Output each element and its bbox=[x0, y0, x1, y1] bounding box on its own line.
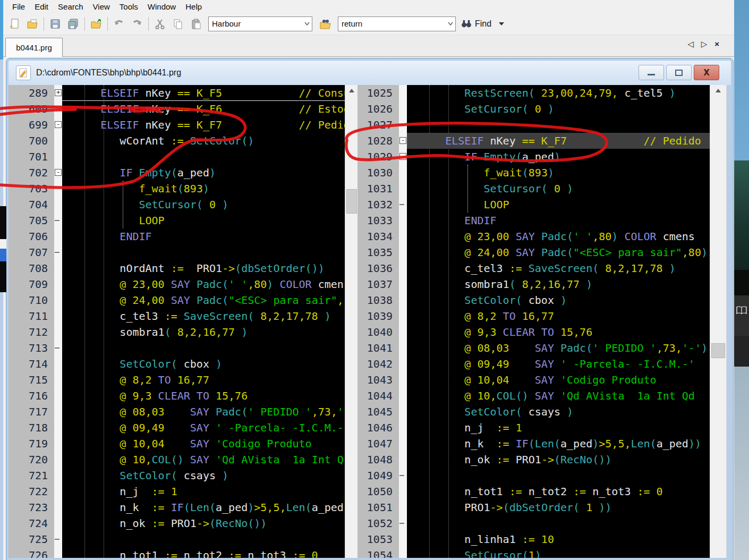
line-number[interactable]: 1050 bbox=[358, 483, 399, 499]
code-line[interactable]: f_wait(893) bbox=[407, 165, 710, 181]
code-line-current[interactable]: ELSEIF nKey == K_F7 // Pedido bbox=[407, 133, 710, 149]
code-line[interactable]: n_ok := PRO1->(RecNo()) bbox=[407, 452, 710, 468]
line-number[interactable]: 715 bbox=[8, 372, 54, 388]
find-dropdown-arrow[interactable] bbox=[499, 22, 504, 26]
tab-scroll-right-icon[interactable]: ▷ bbox=[701, 39, 708, 49]
code-line[interactable]: n_tot1 := n_tot2 := n_tot3 := 0 bbox=[407, 483, 710, 499]
restore-button[interactable] bbox=[666, 65, 692, 80]
line-number[interactable]: 1044 bbox=[358, 388, 399, 404]
line-number[interactable]: 720 bbox=[8, 452, 54, 468]
code-line[interactable]: SetCursor( 0 ) bbox=[62, 197, 345, 213]
line-number[interactable]: 723 bbox=[8, 499, 54, 515]
code-line[interactable]: @ 10,COL() SAY 'Qd AVista 1a Int Q bbox=[62, 452, 345, 468]
close-button[interactable]: X bbox=[694, 65, 719, 80]
line-number[interactable]: 710 bbox=[8, 292, 54, 308]
tab-b0441[interactable]: b0441.prg bbox=[5, 38, 63, 57]
line-number[interactable]: 1045 bbox=[358, 404, 399, 420]
line-number[interactable]: 703 bbox=[8, 181, 54, 197]
code-line[interactable]: n_linha1 := 10 bbox=[407, 531, 710, 547]
code-line[interactable]: SetColor( cbox ) bbox=[407, 292, 710, 308]
code-line[interactable]: @ 08,03 SAY Padc(' PEDIDO ',73,' bbox=[62, 404, 345, 420]
left-code-pane[interactable]: ELSEIF nKey == K_F5 // Consu ELSEIF nKey… bbox=[62, 85, 345, 558]
line-number[interactable]: 1031 bbox=[358, 181, 399, 197]
save-all-button[interactable] bbox=[64, 15, 82, 33]
code-line[interactable]: @ 10,04 SAY 'Codigo Produto bbox=[407, 372, 710, 388]
code-line[interactable]: n_j := 1 bbox=[62, 483, 345, 499]
code-line[interactable]: SetCursor( 0 ) bbox=[407, 101, 710, 117]
code-line[interactable]: IF Empty(a_ped) bbox=[62, 165, 345, 181]
minimize-button[interactable] bbox=[639, 65, 664, 80]
code-line[interactable]: ELSEIF nKey == K_F5 // Consu bbox=[62, 85, 345, 101]
line-number[interactable]: 716 bbox=[8, 388, 54, 404]
code-line[interactable]: SetColor( csays ) bbox=[407, 404, 710, 420]
code-line[interactable]: @ 23,00 SAY Padc(' ',80) COLOR cmens bbox=[407, 228, 710, 244]
line-number[interactable]: 1035 bbox=[358, 244, 399, 260]
code-line[interactable]: IF Empty(a_ped) bbox=[407, 149, 710, 165]
code-line[interactable]: RestScreen( 23,00,24,79, c_tel5 ) bbox=[407, 85, 710, 101]
line-number[interactable]: 1054 bbox=[358, 547, 399, 558]
fold-collapse-icon[interactable]: - bbox=[55, 169, 62, 176]
line-number[interactable]: 1052 bbox=[358, 515, 399, 531]
code-line[interactable]: n_k := IF(Len(a_ped)>5,5,Len(a_ped)) bbox=[407, 436, 710, 452]
code-line[interactable]: @ 24,00 SAY Padc("<ESC> para sair", bbox=[62, 292, 345, 308]
code-line[interactable]: @ 23,00 SAY Padc(' ',80) COLOR cmen bbox=[62, 276, 345, 292]
line-number[interactable]: 725 bbox=[8, 531, 54, 547]
code-line[interactable]: ELSEIF nKey == K_F6 // Estoq bbox=[62, 101, 345, 117]
line-number[interactable]: 711 bbox=[8, 308, 54, 324]
line-number[interactable]: 706 bbox=[8, 228, 54, 244]
line-number[interactable]: 722 bbox=[8, 483, 54, 499]
line-number[interactable]: 1036 bbox=[358, 260, 399, 276]
scroll-up-button[interactable] bbox=[710, 85, 726, 96]
code-line[interactable]: SetCursor( 0 ) bbox=[407, 181, 710, 197]
line-number[interactable]: 1037 bbox=[358, 276, 399, 292]
line-number[interactable]: 1038 bbox=[358, 292, 399, 308]
undo-button[interactable] bbox=[110, 15, 128, 33]
line-number[interactable]: 289 bbox=[8, 85, 54, 101]
code-line[interactable]: f_wait(893) bbox=[62, 181, 345, 197]
code-line[interactable]: sombra1( 8,2,16,77 ) bbox=[62, 324, 345, 340]
code-line[interactable]: SetCursor(1) bbox=[407, 547, 710, 558]
menu-item-file[interactable]: File bbox=[7, 1, 30, 12]
code-line[interactable]: sombra1( 8,2,16,77 ) bbox=[407, 276, 710, 292]
line-number[interactable]: 1033 bbox=[358, 213, 399, 228]
line-number[interactable]: 1039 bbox=[358, 308, 399, 324]
line-number[interactable]: 1040 bbox=[358, 324, 399, 340]
open-file-button[interactable] bbox=[23, 15, 41, 33]
line-number[interactable]: 609 bbox=[8, 101, 54, 117]
line-number[interactable]: 721 bbox=[8, 468, 54, 483]
line-number[interactable]: 707 bbox=[8, 244, 54, 260]
code-line[interactable]: n_tot1 := n_tot2 := n_tot3 := 0 bbox=[62, 547, 345, 558]
line-number[interactable]: 705 bbox=[8, 213, 54, 228]
code-line[interactable] bbox=[407, 117, 710, 133]
line-number[interactable]: 717 bbox=[8, 404, 54, 420]
right-scrollbar[interactable] bbox=[710, 85, 727, 558]
code-line[interactable]: @ 09,49 SAY ' -Parcela- -I.C.M.-' bbox=[407, 356, 710, 372]
copy-button[interactable] bbox=[169, 15, 187, 33]
line-number[interactable]: 709 bbox=[8, 276, 54, 292]
paste-button[interactable] bbox=[187, 15, 205, 33]
code-line[interactable]: ENDIF bbox=[407, 213, 710, 228]
redo-button[interactable] bbox=[128, 15, 146, 33]
code-line[interactable] bbox=[62, 149, 345, 165]
line-number[interactable]: 726 bbox=[8, 547, 54, 558]
code-line[interactable]: LOOP bbox=[62, 213, 345, 228]
line-number[interactable]: 701 bbox=[8, 149, 54, 165]
code-line[interactable]: ELSEIF nKey == K_F7 // Pedid bbox=[62, 117, 345, 133]
line-number[interactable]: 1032 bbox=[358, 197, 399, 213]
line-number[interactable]: 1029 bbox=[358, 149, 399, 165]
new-file-button[interactable] bbox=[5, 15, 23, 33]
code-line[interactable] bbox=[407, 515, 710, 531]
code-line[interactable]: nOrdAnt := PRO1->(dbSetOrder()) bbox=[62, 260, 345, 276]
code-line[interactable]: n_j := 1 bbox=[407, 420, 710, 436]
code-line[interactable]: @ 9,3 CLEAR TO 15,76 bbox=[407, 324, 710, 340]
line-number[interactable]: 1027 bbox=[358, 117, 399, 133]
right-scrollbar-thumb[interactable] bbox=[711, 343, 725, 358]
tab-close-icon[interactable]: × bbox=[714, 39, 719, 49]
code-line[interactable] bbox=[62, 244, 345, 260]
line-number[interactable]: 713 bbox=[8, 340, 54, 356]
menu-item-search[interactable]: Search bbox=[53, 1, 88, 12]
line-number[interactable]: 1028 bbox=[358, 133, 399, 149]
code-line[interactable]: c_tel3 := SaveScreen( 8,2,17,78 ) bbox=[62, 308, 345, 324]
menu-item-tools[interactable]: Tools bbox=[115, 1, 143, 12]
code-line[interactable] bbox=[62, 531, 345, 547]
